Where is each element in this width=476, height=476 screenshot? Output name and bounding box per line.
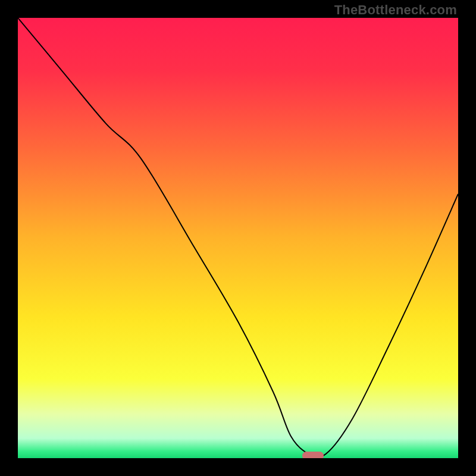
- bottleneck-curve: [18, 18, 458, 458]
- chart-frame: TheBottleneck.com: [0, 0, 476, 476]
- plot-area: [18, 18, 458, 458]
- watermark-text: TheBottleneck.com: [334, 2, 457, 18]
- optimum-marker: [302, 452, 324, 458]
